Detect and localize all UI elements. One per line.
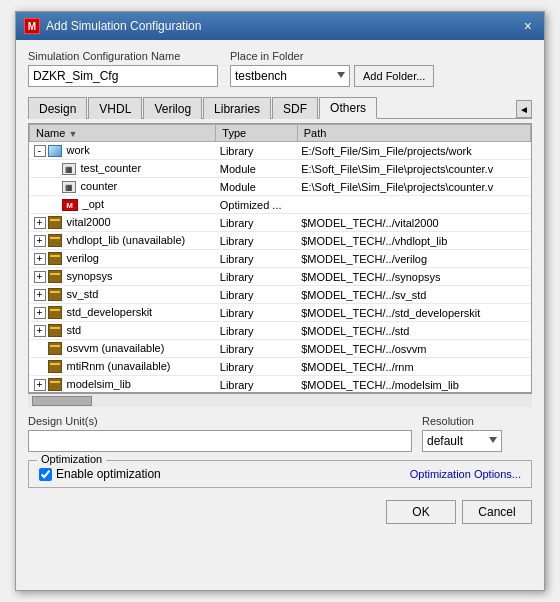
cell-type: Optimized ... bbox=[216, 196, 297, 214]
cell-name: M _opt bbox=[30, 196, 216, 214]
table-row[interactable]: + verilogLibrary$MODEL_TECH/../verilog bbox=[30, 250, 531, 268]
col-path[interactable]: Path bbox=[297, 125, 530, 142]
row-name-text: _opt bbox=[80, 198, 104, 210]
col-name[interactable]: Name ▼ bbox=[30, 125, 216, 142]
expand-icon[interactable]: + bbox=[34, 307, 46, 319]
cell-name: - work bbox=[30, 142, 216, 160]
cell-path bbox=[297, 196, 530, 214]
tab-sdf[interactable]: SDF bbox=[272, 97, 318, 119]
tab-libraries[interactable]: Libraries bbox=[203, 97, 271, 119]
cell-name: mtiRnm (unavailable) bbox=[30, 358, 216, 376]
cell-path: $MODEL_TECH/../modelsim_lib bbox=[297, 376, 530, 394]
lib-icon bbox=[48, 252, 62, 265]
design-units-label: Design Unit(s) bbox=[28, 415, 412, 427]
lib-icon bbox=[48, 324, 62, 337]
row-name-text: std_developerskit bbox=[64, 306, 153, 318]
cell-type: Library bbox=[216, 340, 297, 358]
tab-design[interactable]: Design bbox=[28, 97, 87, 119]
expand-icon[interactable]: + bbox=[34, 235, 46, 247]
table-row[interactable]: + sv_stdLibrary$MODEL_TECH/../sv_std bbox=[30, 286, 531, 304]
tab-verilog[interactable]: Verilog bbox=[143, 97, 202, 119]
tabs-row: Design VHDL Verilog Libraries SDF Others… bbox=[28, 97, 532, 119]
row-name-text: std bbox=[64, 324, 82, 336]
cell-type: Library bbox=[216, 376, 297, 394]
expand-icon[interactable]: + bbox=[34, 217, 46, 229]
enable-opt-label: Enable optimization bbox=[56, 467, 161, 481]
cell-type: Library bbox=[216, 358, 297, 376]
table-row[interactable]: ▦ counterModuleE:\Soft_File\Sim_File\pro… bbox=[30, 178, 531, 196]
sort-arrow: ▼ bbox=[68, 129, 77, 139]
table-row[interactable]: + std_developerskitLibrary$MODEL_TECH/..… bbox=[30, 304, 531, 322]
table-row[interactable]: + modelsim_libLibrary$MODEL_TECH/../mode… bbox=[30, 376, 531, 394]
cell-path: $MODEL_TECH/../synopsys bbox=[297, 268, 530, 286]
row-name-text: osvvm (unavailable) bbox=[64, 342, 165, 354]
table-row[interactable]: osvvm (unavailable)Library$MODEL_TECH/..… bbox=[30, 340, 531, 358]
lib-icon bbox=[48, 288, 62, 301]
cancel-button[interactable]: Cancel bbox=[462, 500, 532, 524]
row-name-text: counter bbox=[78, 180, 118, 192]
expand-icon[interactable]: + bbox=[34, 325, 46, 337]
add-folder-button[interactable]: Add Folder... bbox=[354, 65, 434, 87]
cell-name: ▦ counter bbox=[30, 178, 216, 196]
module-icon: ▦ bbox=[62, 163, 76, 175]
cell-type: Module bbox=[216, 160, 297, 178]
close-button[interactable]: × bbox=[520, 19, 536, 33]
sim-name-label: Simulation Configuration Name bbox=[28, 50, 218, 62]
expand-icon[interactable]: + bbox=[34, 289, 46, 301]
expand-icon[interactable]: - bbox=[34, 145, 46, 157]
resolution-select[interactable]: default 1ns 100ps 10ps 1ps 1fs bbox=[422, 430, 502, 452]
folder-label: Place in Folder bbox=[230, 50, 434, 62]
work-icon bbox=[48, 145, 62, 157]
expand-icon[interactable]: + bbox=[34, 271, 46, 283]
table-row[interactable]: + synopsysLibrary$MODEL_TECH/../synopsys bbox=[30, 268, 531, 286]
table-row[interactable]: ▦ test_counterModuleE:\Soft_File\Sim_Fil… bbox=[30, 160, 531, 178]
tab-scroll-button[interactable]: ◄ bbox=[516, 100, 532, 118]
expand-icon[interactable]: + bbox=[34, 253, 46, 265]
cell-name: + std bbox=[30, 322, 216, 340]
add-simulation-dialog: M Add Simulation Configuration × Simulat… bbox=[15, 11, 545, 591]
cell-type: Module bbox=[216, 178, 297, 196]
cell-type: Library bbox=[216, 286, 297, 304]
row-name-text: work bbox=[64, 144, 90, 156]
enable-opt-checkbox[interactable] bbox=[39, 468, 52, 481]
table-row[interactable]: + vhdlopt_lib (unavailable)Library$MODEL… bbox=[30, 232, 531, 250]
ok-button[interactable]: OK bbox=[386, 500, 456, 524]
cell-path: E:/Soft_File/Sim_File/projects/work bbox=[297, 142, 530, 160]
cell-name: + vhdlopt_lib (unavailable) bbox=[30, 232, 216, 250]
col-type[interactable]: Type bbox=[216, 125, 297, 142]
lib-icon bbox=[48, 378, 62, 391]
table-row[interactable]: mtiRnm (unavailable)Library$MODEL_TECH/.… bbox=[30, 358, 531, 376]
cell-path: $MODEL_TECH/../rnm bbox=[297, 358, 530, 376]
cell-name: + verilog bbox=[30, 250, 216, 268]
tab-others[interactable]: Others bbox=[319, 97, 377, 119]
resolution-group: Resolution default 1ns 100ps 10ps 1ps 1f… bbox=[422, 415, 532, 452]
table-row[interactable]: M _optOptimized ... bbox=[30, 196, 531, 214]
folder-group: Place in Folder testbench Add Folder... bbox=[230, 50, 434, 87]
optimization-options-link[interactable]: Optimization Options... bbox=[410, 468, 521, 480]
expand-icon[interactable]: + bbox=[34, 379, 46, 391]
row-name-text: synopsys bbox=[64, 270, 113, 282]
cell-type: Library bbox=[216, 322, 297, 340]
sim-name-input[interactable] bbox=[28, 65, 218, 87]
horizontal-scrollbar[interactable] bbox=[28, 393, 532, 407]
table-row[interactable]: - workLibraryE:/Soft_File/Sim_File/proje… bbox=[30, 142, 531, 160]
row-name-text: vhdlopt_lib (unavailable) bbox=[64, 234, 186, 246]
cell-path: $MODEL_TECH/../vital2000 bbox=[297, 214, 530, 232]
bottom-section: Design Unit(s) Resolution default 1ns 10… bbox=[28, 407, 532, 524]
tab-vhdl[interactable]: VHDL bbox=[88, 97, 142, 119]
sim-name-group: Simulation Configuration Name bbox=[28, 50, 218, 87]
cell-path: $MODEL_TECH/../sv_std bbox=[297, 286, 530, 304]
cell-name: + vital2000 bbox=[30, 214, 216, 232]
cell-name: ▦ test_counter bbox=[30, 160, 216, 178]
cell-type: Library bbox=[216, 250, 297, 268]
table-row[interactable]: + stdLibrary$MODEL_TECH/../std bbox=[30, 322, 531, 340]
cell-type: Library bbox=[216, 214, 297, 232]
h-scrollbar-thumb[interactable] bbox=[32, 396, 92, 406]
folder-select[interactable]: testbench bbox=[230, 65, 350, 87]
cell-name: osvvm (unavailable) bbox=[30, 340, 216, 358]
table-row[interactable]: + vital2000Library$MODEL_TECH/../vital20… bbox=[30, 214, 531, 232]
row-name-text: verilog bbox=[64, 252, 99, 264]
design-units-input[interactable] bbox=[28, 430, 412, 452]
row-name-text: test_counter bbox=[78, 162, 142, 174]
cell-path: E:\Soft_File\Sim_File\projects\counter.v bbox=[297, 160, 530, 178]
